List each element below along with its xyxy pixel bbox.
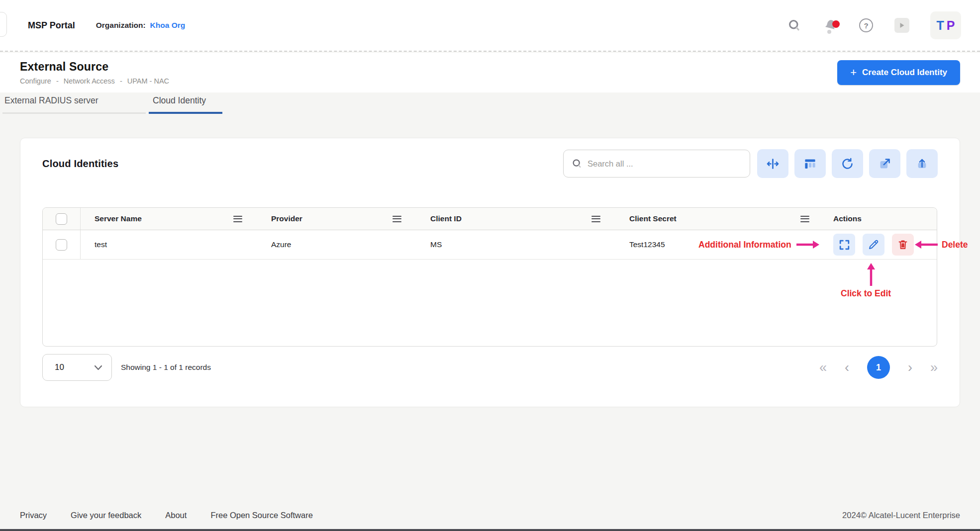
column-menu-icon[interactable] xyxy=(392,216,401,222)
cell-client-id: MS xyxy=(430,240,442,249)
cloud-identities-table: Server Name Provider Client ID Client Se… xyxy=(42,207,937,347)
refresh-icon xyxy=(841,157,854,171)
arrow-up-icon xyxy=(866,263,876,286)
delete-button[interactable] xyxy=(892,234,914,256)
pagination-bar: 10 Showing 1 - 1 of 1 records « ‹ 1 › » xyxy=(42,354,938,381)
tour-play-icon[interactable] xyxy=(894,18,909,33)
footer-link-about[interactable]: About xyxy=(165,511,187,520)
additional-information-button[interactable] xyxy=(833,234,855,256)
footer-link-foss[interactable]: Free Open Source Software xyxy=(210,511,312,520)
annotation-additional-information: Additional Information xyxy=(698,234,820,256)
column-client-id: Client ID xyxy=(416,208,615,230)
select-all-checkbox[interactable] xyxy=(56,213,67,225)
organization: Organization: Khoa Org xyxy=(96,21,186,30)
breadcrumb-item[interactable]: Network Access xyxy=(64,77,115,85)
annotation-click-to-edit: Click to Edit xyxy=(841,288,891,299)
tab-external-radius-server[interactable]: External RADIUS server xyxy=(2,95,146,114)
chevron-down-icon xyxy=(94,365,102,370)
pager-controls: « ‹ 1 › » xyxy=(819,356,938,379)
breadcrumb-separator: - xyxy=(120,77,122,85)
row-checkbox[interactable] xyxy=(56,239,67,251)
cloud-identities-card: Cloud Identities xyxy=(20,138,960,407)
edit-button[interactable] xyxy=(863,234,884,256)
organization-label: Organization: xyxy=(96,21,146,30)
search-icon[interactable] xyxy=(787,18,802,33)
annotation-delete: Delete xyxy=(914,234,968,256)
fit-columns-icon xyxy=(766,157,780,171)
page-title: External Source xyxy=(20,60,169,74)
open-external-icon xyxy=(878,157,891,171)
help-icon[interactable]: ? xyxy=(859,18,874,33)
first-page-button[interactable]: « xyxy=(819,361,827,374)
header-actions: ? T P xyxy=(787,11,961,39)
sidebar-toggle[interactable] xyxy=(0,12,7,37)
breadcrumb-item[interactable]: UPAM - NAC xyxy=(127,77,169,85)
column-actions: Actions xyxy=(824,208,937,230)
annotation-text: Additional Information xyxy=(698,240,791,250)
column-client-secret: Client Secret xyxy=(615,208,824,230)
arrow-left-icon xyxy=(914,240,938,249)
column-label: Client ID xyxy=(430,214,462,223)
search-input[interactable] xyxy=(588,159,742,169)
breadcrumb: Configure - Network Access - UPAM - NAC xyxy=(20,77,169,85)
refresh-button[interactable] xyxy=(832,149,863,178)
page-size-select[interactable]: 10 xyxy=(42,354,112,381)
top-header: MSP Portal Organization: Khoa Org ? T xyxy=(0,0,980,52)
pencil-icon xyxy=(868,239,880,251)
table-header-row: Server Name Provider Client ID Client Se… xyxy=(43,208,937,230)
copyright: 2024© Alcatel-Lucent Enterprise xyxy=(842,511,960,520)
current-page-button[interactable]: 1 xyxy=(867,356,890,379)
avatar-initial-first: T xyxy=(937,18,944,33)
tab-cloud-identity[interactable]: Cloud Identity xyxy=(149,95,222,114)
next-page-button[interactable]: › xyxy=(908,361,912,374)
last-page-button[interactable]: » xyxy=(930,361,938,374)
column-label: Server Name xyxy=(95,214,142,223)
footer-link-privacy[interactable]: Privacy xyxy=(20,511,47,520)
breadcrumb-item[interactable]: Configure xyxy=(20,77,51,85)
column-menu-icon[interactable] xyxy=(233,216,242,222)
cell-client-secret: Test12345 xyxy=(629,240,665,249)
cell-server-name: test xyxy=(95,240,107,249)
trash-icon xyxy=(897,239,909,251)
column-provider: Provider xyxy=(257,208,416,230)
column-label: Actions xyxy=(833,214,862,223)
annotation-up-arrow xyxy=(866,263,876,286)
page-title-block: External Source Configure - Network Acce… xyxy=(20,60,169,85)
app-title: MSP Portal xyxy=(28,20,75,31)
column-menu-icon[interactable] xyxy=(591,216,600,222)
user-avatar[interactable]: T P xyxy=(930,11,961,39)
row-checkbox-cell xyxy=(43,230,81,259)
column-menu-icon[interactable] xyxy=(800,216,809,222)
column-label: Provider xyxy=(271,214,302,223)
fit-columns-button[interactable] xyxy=(757,149,788,178)
avatar-initial-second: P xyxy=(947,18,955,33)
bell-clapper xyxy=(827,30,831,34)
column-label: Client Secret xyxy=(629,214,677,223)
previous-page-button[interactable]: ‹ xyxy=(845,361,849,374)
breadcrumb-separator: - xyxy=(56,77,59,85)
screen-bottom-edge xyxy=(0,529,980,531)
create-cloud-identity-button[interactable]: + Create Cloud Identity xyxy=(837,60,960,85)
organization-name-link[interactable]: Khoa Org xyxy=(150,21,186,30)
records-summary: Showing 1 - 1 of 1 records xyxy=(121,363,211,372)
page-size-value: 10 xyxy=(55,362,64,372)
columns-button[interactable] xyxy=(794,149,826,178)
search-icon xyxy=(572,158,583,169)
footer-link-feedback[interactable]: Give your feedback xyxy=(71,511,141,520)
arrow-right-icon xyxy=(796,240,820,249)
table-toolbar xyxy=(757,149,938,178)
column-server-name: Server Name xyxy=(81,208,257,230)
open-external-button[interactable] xyxy=(869,149,900,178)
card-title: Cloud Identities xyxy=(42,158,118,170)
annotation-text: Click to Edit xyxy=(841,288,891,299)
export-upload-button[interactable] xyxy=(906,149,938,178)
footer: Privacy Give your feedback About Free Op… xyxy=(0,501,980,529)
tab-bar: External RADIUS server Cloud Identity xyxy=(0,95,222,114)
expand-icon xyxy=(838,239,851,251)
notifications-bell-icon[interactable] xyxy=(823,18,838,33)
page-header: External Source Configure - Network Acce… xyxy=(0,53,980,92)
header-checkbox-cell xyxy=(43,208,81,230)
card-header: Cloud Identities xyxy=(42,149,938,178)
columns-icon xyxy=(803,157,817,171)
table-search xyxy=(563,150,750,177)
